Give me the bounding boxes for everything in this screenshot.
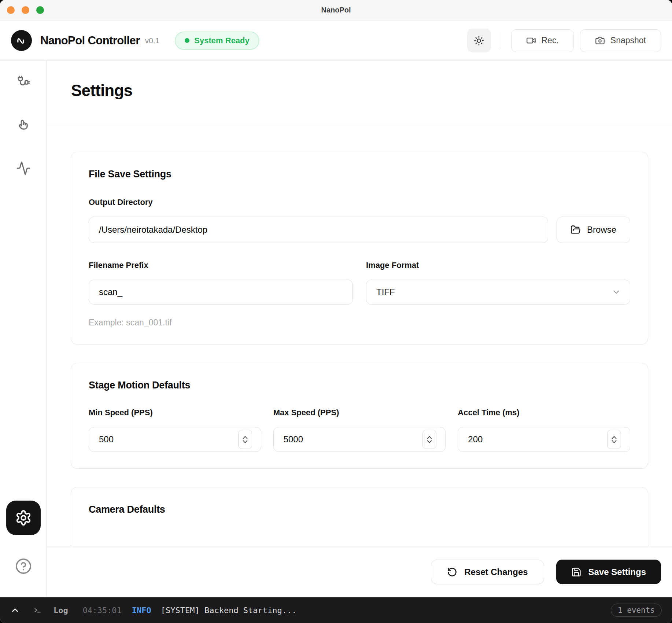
filename-prefix-field: Filename Prefix: [89, 261, 353, 305]
accel-time-field: Accel Time (ms) 200: [458, 408, 630, 452]
status-dot-icon: [185, 38, 189, 43]
sidebar-bottom: [6, 501, 41, 575]
save-settings-button[interactable]: Save Settings: [556, 560, 661, 584]
card-title: Stage Motion Defaults: [89, 380, 630, 391]
max-speed-field: Max Speed (PPS) 5000: [273, 408, 446, 452]
max-speed-label: Max Speed (PPS): [273, 408, 446, 417]
zoom-button[interactable]: [36, 6, 44, 14]
chevron-down-icon: [612, 287, 621, 297]
rotate-ccw-icon: [447, 567, 457, 577]
snapshot-button[interactable]: Snapshot: [580, 29, 661, 52]
app-body: Settings File Save Settings Output Direc…: [0, 61, 672, 597]
waveform-icon: [15, 34, 28, 47]
help-circle-icon: [15, 558, 32, 575]
hand-pointer-icon: [16, 118, 31, 132]
video-icon: [526, 36, 536, 45]
image-format-select[interactable]: TIFF: [366, 280, 630, 305]
sidebar-item-help[interactable]: [15, 558, 32, 575]
status-badge: System Ready: [175, 32, 259, 50]
browse-button-label: Browse: [587, 225, 616, 235]
minimize-button[interactable]: [22, 6, 29, 14]
log-timestamp: 04:35:01: [83, 606, 122, 615]
app-title: NanoPol Controller: [40, 34, 140, 47]
log-message: [SYSTEM] Backend Starting...: [161, 606, 297, 615]
save-settings-label: Save Settings: [588, 567, 646, 577]
reset-changes-button[interactable]: Reset Changes: [431, 560, 544, 584]
page-title: Settings: [71, 81, 648, 100]
accel-time-input[interactable]: 200: [458, 427, 630, 452]
max-speed-value: 5000: [284, 434, 303, 445]
settings-content: File Save Settings Output Directory: [47, 126, 672, 597]
filename-prefix-label: Filename Prefix: [89, 261, 353, 270]
chevron-up-icon: [10, 605, 20, 615]
card-title: File Save Settings: [89, 169, 630, 180]
filename-example-hint: Example: scan_001.tif: [89, 318, 630, 328]
header-actions: Rec. Snapshot: [467, 29, 661, 52]
output-directory-label: Output Directory: [89, 198, 630, 207]
sun-icon: [474, 36, 484, 46]
titlebar: NanoPol: [0, 0, 672, 21]
image-format-label: Image Format: [366, 261, 630, 270]
app-version: v0.1: [145, 36, 160, 45]
output-directory-input[interactable]: [89, 217, 548, 243]
file-save-settings-card: File Save Settings Output Directory: [71, 152, 648, 344]
sidebar-item-monitor[interactable]: [13, 158, 34, 179]
image-format-field: Image Format TIFF: [366, 261, 630, 305]
activity-icon: [16, 161, 31, 176]
gear-icon: [15, 509, 32, 526]
record-button-label: Rec.: [542, 36, 559, 45]
sidebar-item-connection[interactable]: [13, 71, 34, 92]
close-button[interactable]: [7, 6, 15, 14]
image-format-value: TIFF: [376, 287, 395, 297]
min-speed-stepper[interactable]: [238, 430, 252, 449]
min-speed-value: 500: [99, 434, 114, 445]
camera-icon: [595, 36, 605, 45]
snapshot-button-label: Snapshot: [610, 36, 646, 45]
app-window: NanoPol NanoPol Controller v0.1 System R…: [0, 0, 672, 623]
sidebar: [0, 61, 47, 597]
cable-icon: [16, 74, 31, 89]
stage-motion-defaults-card: Stage Motion Defaults Min Speed (PPS) 50…: [71, 363, 648, 469]
status-badge-label: System Ready: [194, 36, 249, 45]
settings-footer: Reset Changes Save Settings: [47, 546, 672, 597]
min-speed-field: Min Speed (PPS) 500: [89, 408, 261, 452]
app-logo: [11, 30, 32, 51]
reset-changes-label: Reset Changes: [464, 567, 528, 577]
traffic-lights: [0, 6, 44, 14]
expand-log-button[interactable]: [10, 605, 20, 615]
main-panel: Settings File Save Settings Output Direc…: [47, 61, 672, 597]
min-speed-input[interactable]: 500: [89, 427, 261, 452]
card-title: Camera Defaults: [89, 504, 630, 515]
terminal-icon: [33, 605, 43, 615]
events-count-badge: 1 events: [611, 604, 662, 617]
sidebar-item-settings[interactable]: [6, 501, 41, 535]
app-header: NanoPol Controller v0.1 System Ready: [0, 21, 672, 61]
browse-button[interactable]: Browse: [557, 217, 630, 243]
max-speed-stepper[interactable]: [422, 430, 436, 449]
filename-prefix-input[interactable]: [89, 280, 353, 305]
window-title: NanoPol: [0, 6, 672, 14]
log-level: INFO: [132, 606, 151, 615]
header-divider: [501, 32, 501, 49]
brightness-button[interactable]: [467, 29, 491, 52]
min-speed-label: Min Speed (PPS): [89, 408, 261, 417]
accel-time-label: Accel Time (ms): [458, 408, 630, 417]
sidebar-item-manual-control[interactable]: [13, 114, 34, 136]
max-speed-input[interactable]: 5000: [273, 427, 446, 452]
record-button[interactable]: Rec.: [511, 29, 574, 52]
accel-time-value: 200: [468, 434, 483, 445]
page-header: Settings: [47, 61, 672, 126]
log-statusbar: Log 04:35:01 INFO [SYSTEM] Backend Start…: [0, 597, 672, 623]
folder-open-icon: [571, 225, 581, 235]
save-icon: [571, 567, 581, 577]
accel-time-stepper[interactable]: [607, 430, 621, 449]
log-label: Log: [53, 606, 68, 615]
